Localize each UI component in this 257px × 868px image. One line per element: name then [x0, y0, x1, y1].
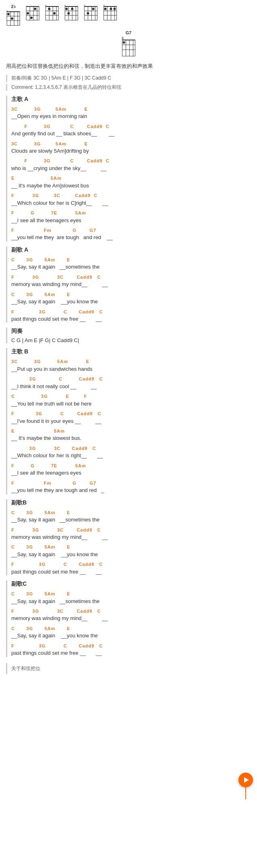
chord-line-vb-8: F Fm G G7 [11, 480, 251, 486]
svg-point-46 [71, 8, 73, 10]
page-container: 2♭ 2 [0, 0, 257, 678]
block-ca-3: C 3G 5Am E __Say, say it again __you kno… [11, 292, 251, 306]
chord-line-vb-2: 3G C Cadd9 C [11, 376, 251, 382]
lyric-line-vb-7: __I see all the teenagers eyes [11, 469, 251, 477]
chord-line-vb-6: 3G 3C Cadd9 C [11, 446, 251, 452]
lyric-line-cc-3: __Say, say it again __you know the [11, 632, 251, 640]
block-cb-1: C 3G 5Am E __Say, say it again __sometim… [11, 510, 251, 524]
svg-point-45 [65, 8, 68, 10]
svg-text:3: 3 [103, 5, 105, 7]
interlude-chords: C G | Am E |F G| C Cadd9 C| [11, 337, 251, 343]
chord-line-va-3: 3C 3G 5Am E [11, 141, 251, 147]
svg-text:①: ① [121, 37, 124, 40]
lyric-line-va-4: who is __crying under the sky__ __ [11, 164, 251, 172]
chord-line-va-1: 3C 3G 5Am E [11, 106, 251, 112]
chord-line-ca-3: C 3G 5Am E [11, 292, 251, 298]
block-va-6: F 3G 3C Cadd9 C __Which colour for her i… [11, 193, 251, 207]
lyric-line-va-3: Clouds are slowly 5Am]drifting by [11, 147, 251, 155]
svg-point-34 [53, 12, 56, 15]
lyric-line-vb-4: __I've found it in your eyes __ __ [11, 417, 251, 425]
svg-point-70 [104, 8, 107, 10]
chord-diagram-g7: G7 2 ① [6, 30, 251, 58]
svg-text:2: 2 [6, 10, 8, 12]
block-vb-7: F G 7E 5Am __I see all the teenagers eye… [11, 463, 251, 477]
svg-point-33 [48, 8, 50, 10]
chord-diagram-3: 2 [45, 4, 59, 21]
section-verse-b-title: 主歌 B [11, 348, 251, 355]
meta-progressions: 前奏/间奏 3C 3G | 5Am E | F 3G | 3C Cadd9 C [6, 75, 251, 82]
block-ca-2: F 3G 3C Cadd9 C memory was winding my mi… [11, 274, 251, 288]
section-verse-a: 主歌 A 3C 3G 5Am E __Open my eyes in morni… [6, 96, 251, 242]
block-va-5: E 5Am __ It's maybe the Am]slowest bus [11, 175, 251, 189]
svg-point-84 [123, 41, 125, 44]
lyric-line-cc-1: __Say, say it again __sometimes the [11, 597, 251, 605]
block-vb-5: E 5Am __ It's maybe the slowest bus. [11, 428, 251, 442]
chord-line-cc-2: F 3G 3C Cadd9 C [11, 608, 251, 614]
chord-line-vb-5: E 5Am [11, 428, 251, 434]
section-chorus-b-title: 副歌B [11, 499, 251, 507]
svg-text:3: 3 [84, 5, 86, 7]
chord-line-ca-1: C 3G 5Am E [11, 257, 251, 263]
section-chorus-a-title: 副歌 A [11, 246, 251, 254]
svg-text:2: 2 [45, 5, 47, 7]
block-cb-2: F 3G 3C Cadd9 C memory was winding my mi… [11, 527, 251, 541]
chord-diagrams-row: 2♭ 2 [6, 4, 251, 26]
chord-line-vb-4: F 3G C Cadd9 C [11, 411, 251, 417]
svg-point-59 [87, 12, 89, 15]
lyric-line-ca-3: __Say, say it again __you know the [11, 298, 251, 306]
lyric-line-ca-4: past things could set me free __ __ [11, 315, 251, 323]
lyric-line-cb-4: past things could set me free __ __ [11, 568, 251, 576]
lyric-line-va-7: __I see all the teenagers eyes [11, 216, 251, 225]
lyric-line-va-5: __ It's maybe the Am]slowest bus [11, 182, 251, 190]
meta-comment: Comment: 1,2,3,4,5,6,7 表示根音在几品的转位和弦 [6, 84, 251, 91]
block-ca-4: F 3G C Cadd9 C past things could set me … [11, 309, 251, 323]
chord-line-va-5: E 5Am [11, 175, 251, 181]
chord-line-cb-2: F 3G 3C Cadd9 C [11, 527, 251, 533]
block-vb-1: 3C 3G 5Am E __Put up you in sandwiches h… [11, 359, 251, 373]
lyric-line-vb-3: __You tell me truth will not be here [11, 400, 251, 408]
lyric-line-va-1: __Open my eyes in morning rain [11, 112, 251, 120]
lyric-line-vb-5: __ It's maybe the slowest bus. [11, 434, 251, 442]
block-va-4: F 3G C Cadd9 C who is __crying under the… [11, 158, 251, 172]
chord-line-ca-2: F 3G 3C Cadd9 C [11, 274, 251, 280]
footer-note: 关于和弦把位 [6, 663, 251, 674]
chord-line-cc-3: C 3G 5Am E [11, 626, 251, 632]
svg-point-47 [67, 12, 70, 15]
block-vb-4: F 3G C Cadd9 C __I've found it in your e… [11, 411, 251, 425]
lyric-line-ca-1: __Say, say it again __sometimes the [11, 263, 251, 271]
lyric-line-cc-4: past things could set me free __ __ [11, 649, 251, 657]
block-ca-1: C 3G 5Am E __Say, say it again __sometim… [11, 257, 251, 271]
lyric-line-va-8: __you tell me they are tough and red __ [11, 233, 251, 242]
lyric-line-cb-1: __Say, say it again __sometimes the [11, 516, 251, 524]
play-button[interactable] [238, 773, 253, 787]
chord-line-vb-7: F G 7E 5Am [11, 463, 251, 469]
chord-line-cc-4: F 3G C Cadd9 C [11, 643, 251, 649]
lyric-line-cb-3: __Say, say it again __you know the [11, 551, 251, 559]
chord-line-va-2: F 3G C Cadd9 C [11, 124, 251, 130]
chord-line-va-8: F Fm G G7 [11, 227, 251, 233]
block-cc-1: C 3G 5Am E __Say, say it again __sometim… [11, 591, 251, 605]
chord-line-vb-1: 3C 3G 5Am E [11, 359, 251, 365]
block-vb-6: 3G 3C Cadd9 C __Which colour for her is … [11, 446, 251, 460]
block-vb-8: F Fm G G7 __you tell me they are tough a… [11, 480, 251, 494]
section-chorus-a: 副歌 A C 3G 5Am E __Say, say it again __so… [6, 246, 251, 323]
svg-point-58 [92, 8, 94, 10]
svg-text:2: 2 [64, 5, 66, 7]
play-button-line [245, 787, 246, 799]
block-vb-3: C 3G E F __You tell me truth will not be… [11, 393, 251, 408]
chord-diagram-4: 2 [64, 4, 79, 21]
chord-diagram-1: 2♭ 2 [6, 4, 21, 26]
svg-point-9 [7, 13, 10, 15]
chord-line-vb-3: C 3G E F [11, 393, 251, 399]
lyric-line-vb-2: __I think it not really cool __ __ [11, 383, 251, 391]
chord-line-va-4: F 3G C Cadd9 C [11, 158, 251, 164]
description-text: 用高把位和弦替换低把位的和弦，制造出更丰富有效的和声效果 [6, 62, 251, 71]
lyric-line-vb-1: __Put up you in sandwiches hands [11, 365, 251, 373]
lyric-line-cb-2: memory was winding my mind__ __ [11, 533, 251, 541]
svg-point-72 [113, 8, 116, 10]
chord-line-va-6: F 3G 3C Cadd9 C [11, 193, 251, 199]
svg-point-22 [27, 12, 29, 15]
block-vb-2: 3G C Cadd9 C __I think it not really coo… [11, 376, 251, 390]
block-va-1: 3C 3G 5Am E __Open my eyes in morning ra… [11, 106, 251, 120]
section-chorus-c-title: 副歌C [11, 580, 251, 588]
